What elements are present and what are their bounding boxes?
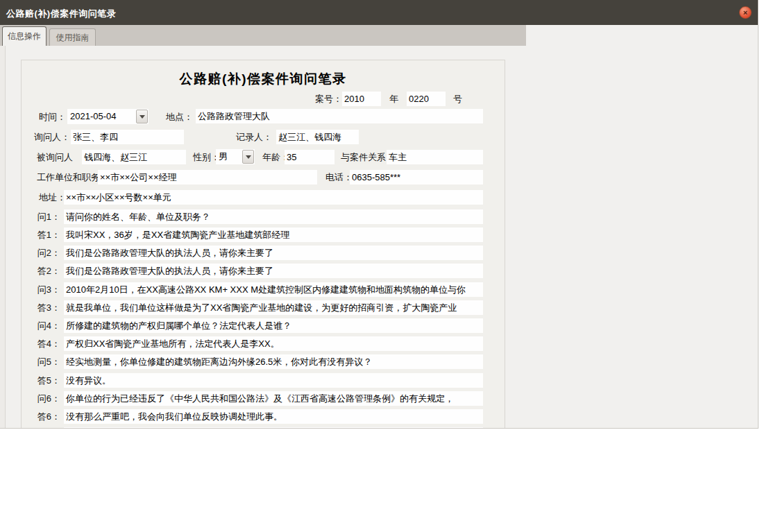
qa-input-q2[interactable]: 我们是公路路政管理大队的执法人员，请你来主要了 bbox=[64, 246, 483, 260]
case-year-unit-label: 年 bbox=[389, 92, 398, 106]
qa-label-q3: 问3： bbox=[28, 282, 60, 297]
titlebar: 公路赔(补)偿案件询问笔录 × bbox=[0, 0, 758, 25]
chevron-down-icon[interactable] bbox=[242, 150, 254, 164]
window-left-gutter bbox=[0, 46, 6, 429]
qa-label-a5: 答5： bbox=[28, 373, 60, 388]
qa-label-a1: 答1： bbox=[28, 228, 60, 242]
qa-input-a5[interactable]: 没有异议。 bbox=[64, 373, 483, 388]
chevron-down-icon[interactable] bbox=[136, 110, 148, 123]
address-input[interactable]: ××市××小区××号数××单元 bbox=[64, 190, 483, 205]
gender-value: 男 bbox=[219, 149, 242, 164]
interviewee-label: 被询问人 bbox=[37, 150, 73, 164]
qa-input-partial[interactable] bbox=[64, 427, 483, 429]
window-title: 公路赔(补)偿案件询问笔录 bbox=[6, 8, 116, 20]
tab-strip: 信息操作 使用指南 bbox=[0, 25, 526, 46]
case-serial-input[interactable]: 0220 bbox=[407, 92, 446, 106]
qa-input-q4[interactable]: 所修建的建筑物的产权归属哪个单位？法定代表人是谁？ bbox=[64, 318, 483, 333]
interviewee-input[interactable]: 钱四海、赵三江 bbox=[82, 150, 186, 164]
qa-input-a2[interactable]: 我们是公路路政管理大队的执法人员，请你来主要了 bbox=[64, 264, 483, 278]
time-label: 时间： bbox=[39, 110, 66, 124]
relation-label: 与案件关系 bbox=[341, 150, 386, 164]
phone-label: 电话： bbox=[325, 170, 353, 185]
qa-input-a6[interactable]: 没有那么严重吧，我会向我们单位反映协调处理此事。 bbox=[64, 409, 483, 424]
app-window: 公路赔(补)偿案件询问笔录 × 信息操作 使用指南 公路赔(补)偿案件询问笔录 … bbox=[0, 0, 759, 429]
form-title: 公路赔(补)偿案件询问笔录 bbox=[22, 70, 505, 88]
gender-dropdown[interactable]: 男 bbox=[216, 149, 255, 164]
qa-label-q1: 问1： bbox=[28, 209, 60, 224]
qa-label-q5: 问5： bbox=[28, 354, 60, 369]
qa-input-q5[interactable]: 经实地测量，你单位修建的建筑物距离边沟外缘26.5米，你对此有没有异议？ bbox=[64, 354, 483, 369]
age-input[interactable]: 35 bbox=[285, 150, 335, 164]
work-unit-label: 工作单位和职务 bbox=[37, 170, 100, 185]
inquirer-input[interactable]: 张三、李四 bbox=[71, 130, 184, 144]
address-label: 地址： bbox=[39, 190, 66, 205]
form-panel: 公路赔(补)偿案件询问笔录 案号： 2010 年 0220 号 时间： 2021… bbox=[21, 60, 505, 429]
work-unit-input[interactable]: ××市××公司××经理 bbox=[98, 170, 317, 185]
qa-input-q1[interactable]: 请问你的姓名、年龄、单位及职务？ bbox=[64, 209, 483, 224]
qa-input-q6[interactable]: 你单位的行为已经违反了《中华人民共和国公路法》及《江西省高速公路管理条例》的有关… bbox=[64, 391, 483, 406]
qa-label-q6: 问6： bbox=[28, 391, 60, 406]
qa-label-q2: 问2： bbox=[28, 246, 60, 260]
qa-label-a4: 答4： bbox=[28, 336, 60, 351]
recorder-label: 记录人： bbox=[236, 130, 272, 144]
close-icon[interactable]: × bbox=[739, 6, 752, 19]
qa-label-a3: 答3： bbox=[28, 300, 60, 315]
relation-input[interactable]: 车主 bbox=[387, 150, 483, 164]
qa-label-a6: 答6： bbox=[28, 409, 60, 424]
inquirer-label: 询问人： bbox=[34, 130, 70, 144]
qa-input-q3[interactable]: 2010年2月10日，在XX高速公路XX KM+ XXX M处建筑控制区内修建建… bbox=[64, 282, 483, 297]
recorder-input[interactable]: 赵三江、钱四海 bbox=[276, 130, 359, 144]
place-input[interactable]: 公路路政管理大队 bbox=[196, 109, 483, 123]
time-dropdown[interactable]: 2021-05-04 bbox=[67, 109, 149, 124]
qa-label-a2: 答2： bbox=[28, 264, 60, 278]
tab-user-guide[interactable]: 使用指南 bbox=[49, 28, 96, 46]
qa-input-a1[interactable]: 我叫宋XX，36岁，是XX省建筑陶瓷产业基地建筑部经理 bbox=[64, 228, 483, 242]
qa-input-a4[interactable]: 产权归XX省陶瓷产业基地所有，法定代表人是李XX。 bbox=[64, 336, 483, 351]
phone-input[interactable]: 0635-585*** bbox=[350, 170, 483, 185]
time-value: 2021-05-04 bbox=[70, 109, 136, 124]
tab-info-operation[interactable]: 信息操作 bbox=[2, 26, 46, 46]
case-serial-unit-label: 号 bbox=[453, 92, 462, 106]
place-label: 地点： bbox=[166, 110, 193, 124]
qa-label-q4: 问4： bbox=[28, 318, 60, 333]
qa-input-a3[interactable]: 就是我单位，我们单位这样做是为了XX省陶瓷产业基地的建设，为更好的招商引资，扩大… bbox=[64, 300, 483, 315]
case-no-label: 案号： bbox=[315, 92, 342, 106]
case-year-input[interactable]: 2010 bbox=[342, 92, 381, 106]
